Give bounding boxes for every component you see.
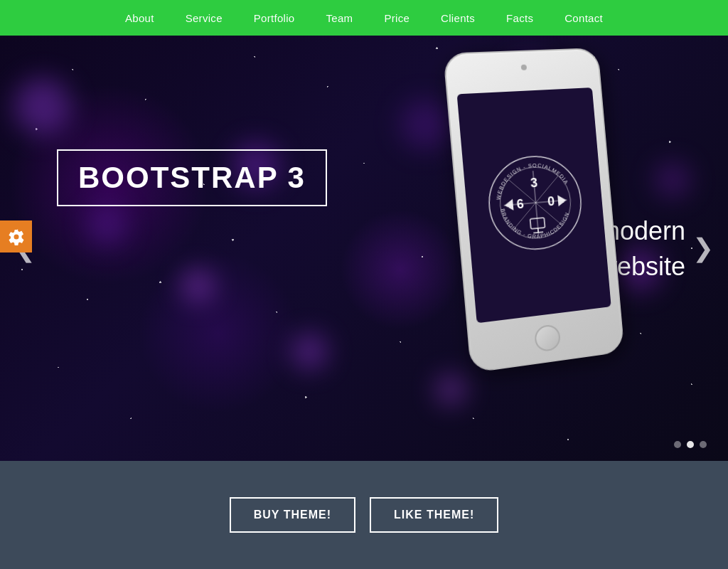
buy-button[interactable]: BUY THEME! <box>230 497 355 533</box>
svg-text:6: 6 <box>516 197 525 212</box>
dot-2[interactable] <box>687 441 694 448</box>
nav-service[interactable]: Service <box>170 12 238 24</box>
phone-home-button <box>534 324 562 353</box>
svg-text:0: 0 <box>547 194 555 209</box>
bokeh-5 <box>291 334 327 369</box>
phone-notch <box>521 65 528 70</box>
phone-screen: 3 6 0 WEBDESIGN - SOCIALMEDIA <box>457 87 611 323</box>
bokeh-1 <box>14 78 71 135</box>
slide-text: BOOTSTRAP 3 <box>57 149 327 206</box>
next-arrow[interactable]: ❯ <box>692 233 714 263</box>
slide-title: BOOTSTRAP 3 <box>78 161 306 194</box>
circle-design: 3 6 0 WEBDESIGN - SOCIALMEDIA <box>481 150 588 257</box>
dot-3[interactable] <box>700 441 707 448</box>
svg-line-12 <box>538 228 539 233</box>
svg-text:3: 3 <box>530 176 538 191</box>
bokeh-6 <box>400 100 450 149</box>
bokeh-9 <box>655 163 690 197</box>
navbar: About Service Portfolio Team Price Clien… <box>0 0 728 36</box>
nav-price[interactable]: Price <box>368 12 425 24</box>
footer-section: BUY THEME! LIKE THEME! <box>0 461 728 569</box>
bokeh-3 <box>182 270 214 302</box>
circle-svg: 3 6 0 WEBDESIGN - SOCIALMEDIA <box>481 150 588 257</box>
like-button[interactable]: LIKE THEME! <box>370 497 498 533</box>
nav-contact[interactable]: Contact <box>549 12 619 24</box>
phone-outer: 3 6 0 WEBDESIGN - SOCIALMEDIA <box>443 48 625 373</box>
dot-1[interactable] <box>674 441 681 448</box>
nav-facts[interactable]: Facts <box>491 12 549 24</box>
svg-marker-7 <box>557 194 567 206</box>
nav-portfolio[interactable]: Portfolio <box>238 12 311 24</box>
nav-clients[interactable]: Clients <box>425 12 491 24</box>
phone-mockup: 3 6 0 WEBDESIGN - SOCIALMEDIA <box>458 50 614 363</box>
slide-dots <box>674 441 707 448</box>
slide-title-box: BOOTSTRAP 3 <box>57 149 327 206</box>
gear-icon <box>8 228 25 245</box>
nav-team[interactable]: Team <box>311 12 369 24</box>
bokeh-2 <box>87 206 127 245</box>
hero-section: ❮ BOOTSTRAP 3 <box>0 36 728 461</box>
nav-about[interactable]: About <box>109 12 170 24</box>
gear-button[interactable] <box>0 220 32 252</box>
